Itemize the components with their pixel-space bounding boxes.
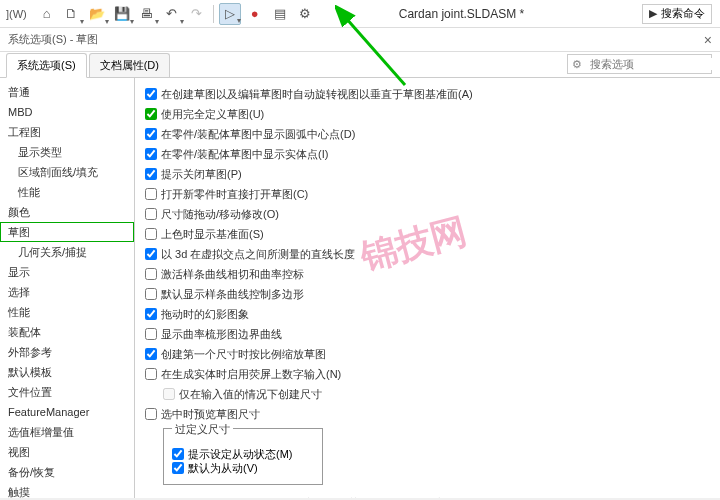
search-command-label: 搜索命令 bbox=[661, 6, 705, 21]
override-dims-fieldset: 过定义尺寸提示设定从动状态(M)默认为从动(V) bbox=[163, 428, 323, 485]
sidebar-item-13[interactable]: 外部参考 bbox=[0, 342, 134, 362]
option-checkbox-5[interactable] bbox=[145, 188, 157, 200]
option-label-8: 以 3d 在虚拟交点之间所测量的直线长度 bbox=[161, 245, 355, 263]
option-row-15: 仅在输入值的情况下创建尺寸 bbox=[145, 384, 710, 404]
sidebar-item-4[interactable]: 区域剖面线/填充 bbox=[0, 162, 134, 182]
option-row-3: 在零件/装配体草图中显示实体点(I) bbox=[145, 144, 710, 164]
option-checkbox-0[interactable] bbox=[145, 88, 157, 100]
threshold-row: 当草图包含超过此数量的草图实体时，关闭自动求解模式并撤销操作(E)：▴▾ bbox=[145, 493, 710, 498]
sidebar-item-9[interactable]: 显示 bbox=[0, 262, 134, 282]
sidebar-item-12[interactable]: 装配体 bbox=[0, 322, 134, 342]
fieldset-legend: 过定义尺寸 bbox=[172, 422, 233, 437]
sidebar-item-2[interactable]: 工程图 bbox=[0, 122, 134, 142]
option-label-15: 仅在输入值的情况下创建尺寸 bbox=[179, 385, 322, 403]
option-label-13: 创建第一个尺寸时按比例缩放草图 bbox=[161, 345, 326, 363]
sidebar-item-20[interactable]: 触摸 bbox=[0, 482, 134, 498]
save-icon[interactable]: 💾▾ bbox=[111, 3, 133, 25]
option-checkbox-12[interactable] bbox=[145, 328, 157, 340]
sidebar-item-16[interactable]: FeatureManager bbox=[0, 402, 134, 422]
sidebar-item-0[interactable]: 普通 bbox=[0, 82, 134, 102]
option-label-10: 默认显示样条曲线控制多边形 bbox=[161, 285, 304, 303]
option-label-7: 上色时显示基准面(S) bbox=[161, 225, 264, 243]
option-label-3: 在零件/装配体草图中显示实体点(I) bbox=[161, 145, 328, 163]
option-row-13: 创建第一个尺寸时按比例缩放草图 bbox=[145, 344, 710, 364]
gear-icon: ⚙ bbox=[568, 58, 586, 71]
tab-system-options[interactable]: 系统选项(S) bbox=[6, 53, 87, 78]
sidebar-item-7[interactable]: 草图 bbox=[0, 222, 134, 242]
option-row-9: 激活样条曲线相切和曲率控标 bbox=[145, 264, 710, 284]
sidebar-item-8[interactable]: 几何关系/捕捉 bbox=[0, 242, 134, 262]
options-icon[interactable]: ⚙ bbox=[294, 3, 316, 25]
option-checkbox-15[interactable] bbox=[163, 388, 175, 400]
tab-document-properties[interactable]: 文档属性(D) bbox=[89, 53, 170, 77]
tabs-bar: 系统选项(S) 文档属性(D) ⚙ 🔍 bbox=[0, 52, 720, 78]
option-label-1: 使用完全定义草图(U) bbox=[161, 105, 264, 123]
option-row-5: 打开新零件时直接打开草图(C) bbox=[145, 184, 710, 204]
print-icon[interactable]: 🖶▾ bbox=[136, 3, 158, 25]
option-row-6: 尺寸随拖动/移动修改(O) bbox=[145, 204, 710, 224]
option-label-2: 在零件/装配体草图中显示圆弧中心点(D) bbox=[161, 125, 355, 143]
option-checkbox-2[interactable] bbox=[145, 128, 157, 140]
sidebar-item-1[interactable]: MBD bbox=[0, 102, 134, 122]
option-label-11: 拖动时的幻影图象 bbox=[161, 305, 249, 323]
option-checkbox-6[interactable] bbox=[145, 208, 157, 220]
menu-w[interactable]: ](W) bbox=[6, 8, 27, 20]
redo-icon[interactable]: ↷ bbox=[186, 3, 208, 25]
select-icon[interactable]: ▷▾ bbox=[219, 3, 241, 25]
close-icon[interactable]: × bbox=[704, 32, 712, 48]
rebuild-icon[interactable]: ● bbox=[244, 3, 266, 25]
option-checkbox-16[interactable] bbox=[145, 408, 157, 420]
option-row-7: 上色时显示基准面(S) bbox=[145, 224, 710, 244]
sidebar: 普通MBD工程图显示类型区域剖面线/填充性能颜色草图几何关系/捕捉显示选择性能装… bbox=[0, 78, 135, 498]
separator bbox=[213, 5, 214, 23]
sidebar-item-19[interactable]: 备份/恢复 bbox=[0, 462, 134, 482]
sidebar-item-10[interactable]: 选择 bbox=[0, 282, 134, 302]
option-checkbox-4[interactable] bbox=[145, 168, 157, 180]
option-label-0: 在创建草图以及编辑草图时自动旋转视图以垂直于草图基准面(A) bbox=[161, 85, 473, 103]
search-options-input[interactable] bbox=[586, 58, 720, 70]
option-row-10: 默认显示样条曲线控制多边形 bbox=[145, 284, 710, 304]
option-checkbox-1[interactable] bbox=[145, 108, 157, 120]
option-row-11: 拖动时的幻影图象 bbox=[145, 304, 710, 324]
threshold-label: 当草图包含超过此数量的草图实体时，关闭自动求解模式并撤销操作(E)： bbox=[161, 494, 491, 498]
content-area: 普通MBD工程图显示类型区域剖面线/填充性能颜色草图几何关系/捕捉显示选择性能装… bbox=[0, 78, 720, 498]
option-checkbox-3[interactable] bbox=[145, 148, 157, 160]
open-icon[interactable]: 📂▾ bbox=[86, 3, 108, 25]
option-checkbox-11[interactable] bbox=[145, 308, 157, 320]
option-checkbox-9[interactable] bbox=[145, 268, 157, 280]
sidebar-item-3[interactable]: 显示类型 bbox=[0, 142, 134, 162]
fieldset-checkbox-1[interactable] bbox=[172, 462, 184, 474]
option-checkbox-7[interactable] bbox=[145, 228, 157, 240]
sidebar-item-14[interactable]: 默认模板 bbox=[0, 362, 134, 382]
option-checkbox-8[interactable] bbox=[145, 248, 157, 260]
sidebar-item-5[interactable]: 性能 bbox=[0, 182, 134, 202]
document-title: Cardan joint.SLDASM * bbox=[399, 7, 524, 21]
option-label-14: 在生成实体时启用荧屏上数字输入(N) bbox=[161, 365, 341, 383]
new-icon[interactable]: 🗋▾ bbox=[61, 3, 83, 25]
sidebar-item-17[interactable]: 选值框增量值 bbox=[0, 422, 134, 442]
option-row-4: 提示关闭草图(P) bbox=[145, 164, 710, 184]
option-row-1: 使用完全定义草图(U) bbox=[145, 104, 710, 124]
dialog-title: 系统选项(S) - 草图 bbox=[8, 32, 98, 47]
option-label-12: 显示曲率梳形图边界曲线 bbox=[161, 325, 282, 343]
option-checkbox-10[interactable] bbox=[145, 288, 157, 300]
options-panel: 在创建草图以及编辑草图时自动旋转视图以垂直于草图基准面(A)使用完全定义草图(U… bbox=[135, 78, 720, 498]
sidebar-item-15[interactable]: 文件位置 bbox=[0, 382, 134, 402]
home-icon[interactable]: ⌂ bbox=[36, 3, 58, 25]
undo-icon[interactable]: ↶▾ bbox=[161, 3, 183, 25]
sidebar-item-6[interactable]: 颜色 bbox=[0, 202, 134, 222]
search-command-box[interactable]: ▶ 搜索命令 bbox=[642, 4, 712, 24]
list-icon[interactable]: ▤ bbox=[269, 3, 291, 25]
option-row-12: 显示曲率梳形图边界曲线 bbox=[145, 324, 710, 344]
search-options-box[interactable]: ⚙ 🔍 bbox=[567, 54, 712, 74]
option-row-8: 以 3d 在虚拟交点之间所测量的直线长度 bbox=[145, 244, 710, 264]
option-checkbox-13[interactable] bbox=[145, 348, 157, 360]
option-row-0: 在创建草图以及编辑草图时自动旋转视图以垂直于草图基准面(A) bbox=[145, 84, 710, 104]
fieldset-checkbox-0[interactable] bbox=[172, 448, 184, 460]
main-toolbar: ](W) ⌂ 🗋▾ 📂▾ 💾▾ 🖶▾ ↶▾ ↷ ▷▾ ● ▤ ⚙ Cardan … bbox=[0, 0, 720, 28]
option-row-2: 在零件/装配体草图中显示圆弧中心点(D) bbox=[145, 124, 710, 144]
option-checkbox-14[interactable] bbox=[145, 368, 157, 380]
option-label-9: 激活样条曲线相切和曲率控标 bbox=[161, 265, 304, 283]
sidebar-item-18[interactable]: 视图 bbox=[0, 442, 134, 462]
sidebar-item-11[interactable]: 性能 bbox=[0, 302, 134, 322]
